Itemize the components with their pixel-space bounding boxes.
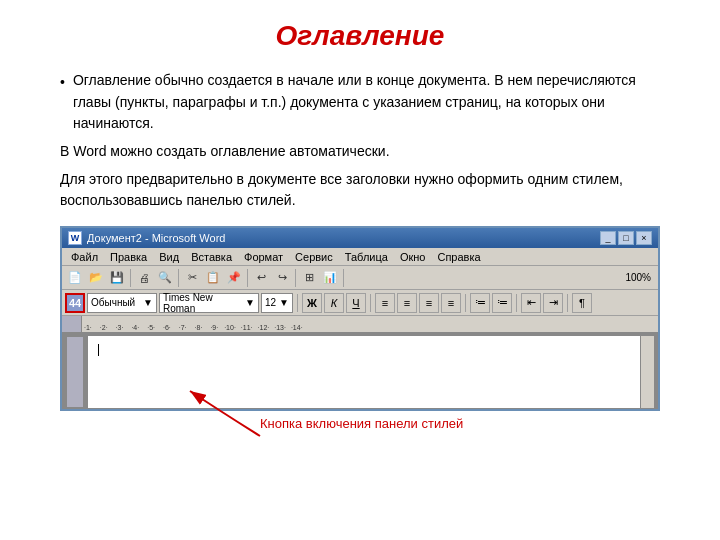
- increase-indent-button[interactable]: ⇥: [543, 293, 563, 313]
- content-area: • Оглавление обычно создается в начале и…: [60, 70, 660, 212]
- paragraph-2: В Word можно создать оглавление автомати…: [60, 141, 660, 163]
- italic-button[interactable]: К: [324, 293, 344, 313]
- menu-help[interactable]: Справка: [432, 250, 485, 264]
- new-icon[interactable]: 📄: [65, 268, 85, 288]
- zoom-level: 100%: [625, 272, 655, 283]
- menu-edit[interactable]: Правка: [105, 250, 152, 264]
- annotation-area: Кнопка включения панели стилей: [60, 411, 660, 451]
- style-chevron: ▼: [143, 297, 153, 308]
- bold-button[interactable]: Ж: [302, 293, 322, 313]
- word-titlebar: W Документ2 - Microsoft Word _ □ ×: [62, 228, 658, 248]
- size-value: 12: [265, 297, 276, 308]
- open-icon[interactable]: 📂: [86, 268, 106, 288]
- sep1: [130, 269, 131, 287]
- paragraph-1: • Оглавление обычно создается в начале и…: [60, 70, 660, 135]
- sep3: [247, 269, 248, 287]
- presentation-page: Оглавление • Оглавление обычно создается…: [0, 0, 720, 540]
- sep5: [343, 269, 344, 287]
- ruler-left-margin: [62, 316, 82, 332]
- sep-fmt5: [567, 294, 568, 312]
- save-icon[interactable]: 💾: [107, 268, 127, 288]
- decrease-indent-button[interactable]: ⇤: [521, 293, 541, 313]
- sep-fmt2: [370, 294, 371, 312]
- font-value: Times New Roman: [163, 292, 245, 314]
- paragraph-3: Для этого предварительно в документе все…: [60, 169, 660, 212]
- window-controls: _ □ ×: [600, 231, 652, 245]
- word-scrollbar[interactable]: [640, 336, 654, 408]
- word-menubar: Файл Правка Вид Вставка Формат Сервис Та…: [62, 248, 658, 266]
- sep-fmt3: [465, 294, 466, 312]
- ruler-scale: ·1· ·2· ·3· ·4· ·5· ·6· ·7· ·8· ·9· ·10·…: [82, 316, 658, 332]
- word-app-icon: W: [68, 231, 82, 245]
- menu-table[interactable]: Таблица: [340, 250, 393, 264]
- word-formatting-toolbar: 44 Обычный ▼ Times New Roman ▼ 12 ▼ Ж К …: [62, 290, 658, 316]
- undo-icon[interactable]: ↩: [251, 268, 271, 288]
- bullet-1: •: [60, 72, 65, 135]
- page-title: Оглавление: [60, 20, 660, 52]
- align-justify-button[interactable]: ≡: [441, 293, 461, 313]
- align-center-button[interactable]: ≡: [397, 293, 417, 313]
- para2-text: В Word можно создать оглавление автомати…: [60, 143, 390, 159]
- paste-icon[interactable]: 📌: [224, 268, 244, 288]
- align-right-button[interactable]: ≡: [419, 293, 439, 313]
- word-title-text: Документ2 - Microsoft Word: [87, 232, 600, 244]
- sep2: [178, 269, 179, 287]
- sep-fmt4: [516, 294, 517, 312]
- minimize-button[interactable]: _: [600, 231, 616, 245]
- menu-view[interactable]: Вид: [154, 250, 184, 264]
- preview-icon[interactable]: 🔍: [155, 268, 175, 288]
- ruler-marks: ·1· ·2· ·3· ·4· ·5· ·6· ·7· ·8· ·9· ·10·…: [82, 316, 658, 332]
- style-dropdown[interactable]: Обычный ▼: [87, 293, 157, 313]
- redo-icon[interactable]: ↪: [272, 268, 292, 288]
- menu-file[interactable]: Файл: [66, 250, 103, 264]
- annotation-label: Кнопка включения панели стилей: [260, 416, 463, 431]
- chart-icon[interactable]: 📊: [320, 268, 340, 288]
- word-left-sidebar: [66, 336, 84, 408]
- close-button[interactable]: ×: [636, 231, 652, 245]
- align-left-button[interactable]: ≡: [375, 293, 395, 313]
- font-chevron: ▼: [245, 297, 255, 308]
- annotation-arrow: [180, 381, 380, 441]
- size-dropdown[interactable]: 12 ▼: [261, 293, 293, 313]
- sep4: [295, 269, 296, 287]
- styles-panel-button[interactable]: 44: [65, 293, 85, 313]
- word-standard-toolbar: 📄 📂 💾 🖨 🔍 ✂ 📋 📌 ↩ ↪ ⊞ 📊 100%: [62, 266, 658, 290]
- sep-fmt1: [297, 294, 298, 312]
- font-dropdown[interactable]: Times New Roman ▼: [159, 293, 259, 313]
- para1-text: Оглавление обычно создается в начале или…: [73, 70, 660, 135]
- cut-icon[interactable]: ✂: [182, 268, 202, 288]
- menu-tools[interactable]: Сервис: [290, 250, 338, 264]
- numbered-list-button[interactable]: ≔: [492, 293, 512, 313]
- word-ruler: ·1· ·2· ·3· ·4· ·5· ·6· ·7· ·8· ·9· ·10·…: [62, 316, 658, 332]
- text-cursor: [98, 344, 99, 356]
- table-icon[interactable]: ⊞: [299, 268, 319, 288]
- para3-text: Для этого предварительно в документе все…: [60, 171, 623, 209]
- style-value: Обычный: [91, 297, 135, 308]
- copy-icon[interactable]: 📋: [203, 268, 223, 288]
- print-icon[interactable]: 🖨: [134, 268, 154, 288]
- menu-window[interactable]: Окно: [395, 250, 431, 264]
- maximize-button[interactable]: □: [618, 231, 634, 245]
- bullet-list-button[interactable]: ≔: [470, 293, 490, 313]
- size-chevron: ▼: [279, 297, 289, 308]
- paragraph-marks-button[interactable]: ¶: [572, 293, 592, 313]
- menu-insert[interactable]: Вставка: [186, 250, 237, 264]
- underline-button[interactable]: Ч: [346, 293, 366, 313]
- menu-format[interactable]: Формат: [239, 250, 288, 264]
